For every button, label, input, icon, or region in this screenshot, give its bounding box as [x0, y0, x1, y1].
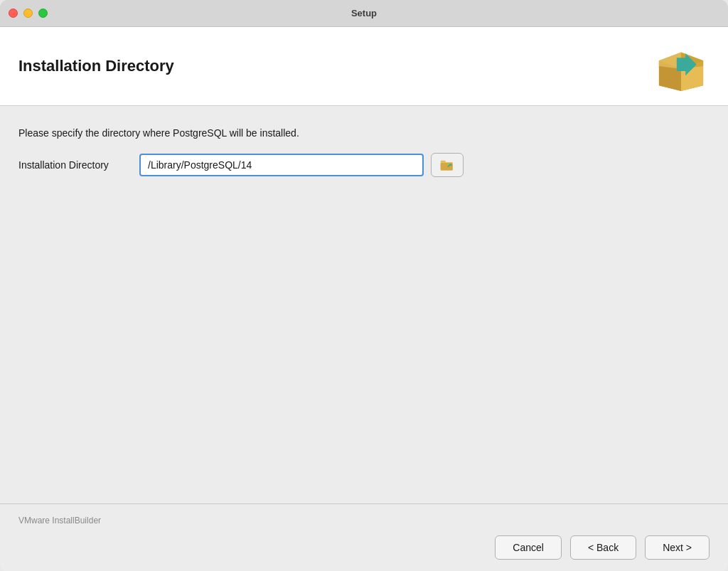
directory-label: Installation Directory: [18, 159, 132, 171]
setup-icon: [653, 41, 710, 91]
header-section: Installation Directory: [0, 27, 728, 106]
brand-text: VMware InstallBuilder: [18, 516, 710, 525]
window-title: Setup: [351, 8, 377, 18]
traffic-lights: [9, 9, 48, 18]
description-text: Please specify the directory where Postg…: [18, 127, 710, 139]
next-button[interactable]: Next >: [645, 535, 710, 560]
browse-button[interactable]: [431, 153, 464, 177]
back-button[interactable]: < Back: [570, 535, 636, 560]
minimize-button[interactable]: [23, 9, 33, 18]
directory-input[interactable]: [139, 154, 424, 176]
window: Setup Installation Directory Please spec…: [0, 0, 728, 571]
directory-row: Installation Directory: [18, 153, 710, 177]
close-button[interactable]: [9, 9, 18, 18]
maximize-button[interactable]: [38, 9, 48, 18]
cancel-button[interactable]: Cancel: [495, 535, 562, 560]
content-area: Please specify the directory where Postg…: [0, 106, 728, 503]
page-title: Installation Directory: [18, 57, 174, 75]
title-bar: Setup: [0, 0, 728, 27]
footer-buttons: Cancel < Back Next >: [18, 535, 710, 560]
footer: VMware InstallBuilder Cancel < Back Next…: [0, 503, 728, 571]
